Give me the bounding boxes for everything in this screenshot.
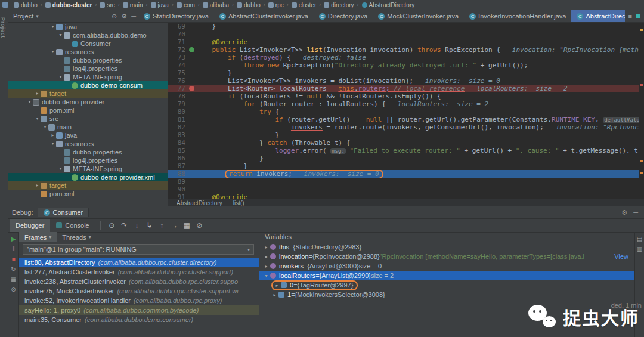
mute-breakpoints-icon[interactable]: ⊘ [8, 287, 18, 293]
editor-stripe[interactable] [639, 23, 644, 199]
tree-item[interactable]: dubbo-demo-provider.xml [8, 173, 168, 181]
line-number[interactable]: 89 [168, 178, 188, 185]
breadcrumb-item[interactable]: java [148, 2, 171, 8]
expand-toggle-icon[interactable]: ▸ [263, 245, 270, 250]
chevron-down-icon[interactable]: ▾ [36, 13, 39, 19]
view-breakpoints-icon[interactable]: ▦ [181, 220, 193, 231]
view-link[interactable]: View [614, 253, 628, 260]
tree-item[interactable]: ▾META-INF.spring [8, 73, 168, 81]
editor-tab[interactable]: CStaticDirectory.java [138, 10, 214, 22]
tree-item[interactable]: ▾com.alibaba.dubbo.demo [8, 31, 168, 39]
tree-item[interactable]: dubbo.properties [8, 56, 168, 64]
tab-console[interactable]: Console [50, 219, 95, 232]
code-line[interactable]: 83 } [168, 131, 644, 139]
code-line[interactable]: 76 List<Invoker<T>> invokers = doList(in… [168, 77, 644, 85]
code-line[interactable]: 70 [168, 30, 644, 38]
tree-item[interactable]: ▸target [8, 89, 168, 98]
settings-icon[interactable]: ⚙ [621, 209, 627, 217]
editor-tab[interactable]: CMockClusterInvoker.java [373, 10, 464, 22]
code-line[interactable]: 69 } [168, 23, 644, 30]
code-line[interactable]: 80 try { [168, 108, 644, 116]
code-line[interactable]: 86 } [168, 154, 644, 162]
locate-file-icon[interactable]: ⊙ [112, 13, 117, 20]
line-number[interactable]: 71 [168, 38, 188, 46]
tree-item[interactable]: ▾java [8, 23, 168, 31]
tree-item[interactable]: log4j.properties [8, 156, 168, 165]
tree-item[interactable]: ▾META-INF.spring [8, 165, 168, 173]
line-number[interactable]: 90 [168, 185, 188, 193]
show-execution-point-icon[interactable]: ⊙ [106, 220, 118, 231]
tree-item[interactable]: ▸java [8, 131, 168, 140]
run-to-cursor-icon[interactable]: → [168, 220, 181, 231]
editor-tab[interactable]: CAbstractClusterInvoker.java [214, 10, 314, 22]
variable-row[interactable]: ▸invocation = {RpcInvocation@2988} "RpcI… [259, 252, 634, 261]
line-number[interactable]: 87 [168, 162, 188, 170]
window-icon[interactable] [2, 2, 8, 8]
line-number[interactable]: 80 [168, 108, 188, 116]
stack-frame[interactable]: list:277, AbstractClusterInvoker(com.ali… [19, 267, 259, 277]
tree-toggle-icon[interactable]: ▾ [49, 23, 56, 31]
line-number[interactable]: 69 [168, 23, 188, 30]
stack-frame[interactable]: list:88, AbstractDirectory(com.alibaba.d… [19, 258, 259, 267]
resume-program-icon[interactable]: ▶ [8, 236, 18, 242]
variable-row[interactable]: ▸1 = {MockInvokersSelector@3008} [259, 290, 634, 299]
side-toolbar-bottom-icon[interactable]: ▥ [635, 246, 644, 252]
tree-item[interactable]: ▾resources [8, 140, 168, 148]
breadcrumb-item[interactable]: dubbo-cluster [43, 2, 95, 8]
code-line[interactable]: 87 } [168, 162, 644, 170]
breadcrumb-item[interactable]: AbstractDirectory [360, 2, 417, 8]
editor-tab[interactable]: CAbstractDirectory.java [571, 10, 624, 22]
tree-item[interactable]: Consumer [8, 39, 168, 48]
line-number[interactable]: 85 [168, 147, 188, 154]
tree-toggle-icon[interactable]: ▾ [57, 31, 64, 39]
code-line[interactable]: 78 if (localRouters != null && !localRou… [168, 92, 644, 100]
line-number[interactable]: 75 [168, 69, 188, 77]
line-number[interactable]: 82 [168, 123, 188, 131]
hide-panel-icon[interactable]: ─ [131, 13, 136, 20]
line-number[interactable]: 79 [168, 100, 188, 108]
line-number[interactable]: 78 [168, 92, 188, 100]
tree-item[interactable]: log4j.properties [8, 64, 168, 73]
breadcrumb-item[interactable]: src [97, 2, 117, 8]
tree-item[interactable]: ▾dubbo-demo-provider [8, 98, 168, 106]
breadcrumb-item[interactable]: dubbo [234, 2, 263, 8]
variable-row[interactable]: ▸invokers = {ArrayList@3000} size = 0 [259, 261, 634, 271]
line-number[interactable]: 72 [168, 46, 188, 54]
tree-item[interactable]: ▾resources [8, 48, 168, 56]
force-step-into-icon[interactable]: ↳ [143, 220, 156, 231]
expand-toggle-icon[interactable]: ▾ [263, 273, 270, 279]
debug-session-tab[interactable]: C Consumer [38, 208, 89, 217]
hide-panel-icon[interactable]: ─ [633, 209, 638, 217]
stack-frame[interactable]: invoke:52, InvokerInvocationHandler(com.… [19, 296, 259, 305]
tree-item[interactable]: pom.xml [8, 106, 168, 115]
tree-toggle-icon[interactable]: ▾ [49, 48, 56, 56]
stack-frame[interactable]: invoke:238, AbstractClusterInvoker(com.a… [19, 277, 259, 286]
step-out-icon[interactable]: ↑ [156, 220, 168, 231]
editor-tabs-menu-icon[interactable]: ≡ [628, 13, 632, 20]
line-number[interactable]: 76 [168, 77, 188, 85]
stack-frame[interactable]: main:35, Consumer(com.alibaba.dubbo.demo… [19, 315, 259, 324]
project-tool-window-button[interactable]: Project [0, 15, 8, 38]
line-number[interactable]: 83 [168, 131, 188, 139]
breadcrumb-item[interactable]: alibaba [200, 2, 231, 8]
pause-program-icon[interactable]: ‖ [8, 246, 18, 252]
tree-item[interactable]: pom.xml [8, 190, 168, 198]
breadcrumb-item[interactable]: dubbo [11, 2, 40, 8]
code-line[interactable]: 77 List<Router> localRouters = this.rout… [168, 85, 644, 92]
tree-toggle-icon[interactable]: ▸ [49, 131, 56, 140]
step-over-icon[interactable]: ↷ [118, 220, 131, 231]
line-number[interactable]: 74 [168, 61, 188, 69]
tab-threads[interactable]: Threads▾ [57, 232, 96, 242]
mute-breakpoints-icon[interactable]: ⊘ [193, 220, 206, 231]
tree-item[interactable]: ▾main [8, 123, 168, 131]
code-line[interactable]: 75 } [168, 69, 644, 77]
side-toolbar-top-icon[interactable]: ▤ [635, 236, 644, 242]
tree-item[interactable]: ▸target [8, 181, 168, 190]
line-number[interactable]: 86 [168, 154, 188, 162]
code-line[interactable]: 90 [168, 185, 644, 193]
tree-toggle-icon[interactable]: ▾ [57, 165, 64, 173]
tree-item[interactable]: ▾src [8, 115, 168, 123]
tree-toggle-icon[interactable]: ▾ [57, 73, 64, 81]
line-number[interactable]: 77 [168, 85, 188, 92]
settings-icon[interactable]: ⚙ [121, 13, 127, 20]
